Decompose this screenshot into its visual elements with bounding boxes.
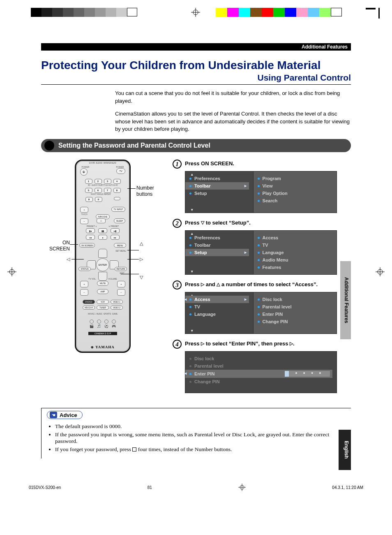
- callout-number-buttons: Number buttons: [136, 185, 164, 197]
- side-tab-additional-features: Additional Features: [340, 261, 351, 339]
- sleep-button: SLEEP: [114, 218, 125, 223]
- num-1: 1: [85, 179, 92, 184]
- leader-line: [121, 274, 139, 274]
- osd-item-dim: Disc lock: [189, 355, 332, 362]
- osd-item: View: [258, 182, 332, 190]
- step-4: 4 Press ▷ to select “Enter PIN”, then pr…: [173, 340, 351, 393]
- print-footer: 015DVX-S200-en 81 04.3.1, 11:20 AM: [29, 484, 363, 491]
- leader-line: [127, 188, 136, 189]
- footer-page: 81: [148, 485, 152, 490]
- color-swatches: [216, 8, 342, 17]
- remote-illustration: DVR-S200 WW60620 POWER POWER ⏻ TV 1234 3…: [75, 160, 131, 353]
- registration-mark-top: [191, 8, 200, 17]
- greyscale-swatches: [31, 8, 137, 17]
- osd-item-selected: ◂ Enter PIN * * * *: [185, 370, 332, 378]
- leader-line: [127, 250, 139, 250]
- tv-input-button: TV INPUT: [111, 207, 125, 212]
- bullet-circle-icon: [44, 141, 54, 151]
- osd-screen-1: ▴ Preferences Toolbar▸ Setup Program Vie…: [185, 171, 337, 213]
- scroll-down-icon: ▾: [191, 269, 193, 273]
- chevron-right-icon: ▸: [244, 183, 247, 188]
- up-triangle-icon: △: [140, 241, 143, 246]
- osd-item: Setup: [189, 190, 249, 197]
- osd-item-dim: Parental level: [189, 362, 332, 370]
- status-button: STATUS: [78, 267, 91, 271]
- step-instruction: Press ▷ to select “Enter PIN”, then pres…: [185, 340, 295, 347]
- ff-button: ▸▸: [111, 235, 120, 240]
- chevron-left-icon: ◂: [184, 371, 187, 375]
- cinema-label: CINEMA D S P: [88, 332, 117, 335]
- small-key: [114, 197, 120, 200]
- prev-button: ▮◂: [86, 228, 95, 233]
- next-button: ▸▮: [111, 228, 120, 233]
- src-vcr: VCR: [97, 300, 109, 304]
- advice-item: The default password is 0000.: [55, 423, 347, 430]
- tvvol-up: +: [80, 281, 88, 287]
- right-triangle-icon: ▷: [201, 282, 204, 287]
- num-4: 4: [113, 179, 121, 184]
- src-video2: VIDEO 2: [111, 306, 123, 310]
- chevron-right-icon: ▸: [244, 250, 247, 255]
- footer-timestamp: 04.3.1, 11:20 AM: [332, 485, 363, 490]
- osd-screen-4: Disc lock Parental level ◂ Enter PIN * *…: [185, 351, 337, 393]
- num-0: 0: [95, 197, 102, 202]
- pin-entry-field: * * * *: [285, 371, 330, 377]
- osd-item: TV: [258, 241, 332, 249]
- dpad-up: [98, 249, 107, 258]
- osd-item-selected: Toolbar▸: [185, 182, 249, 190]
- right-triangle-icon: ▷: [140, 257, 143, 262]
- dpad: ENTER: [87, 249, 119, 281]
- osd-item: TV: [189, 303, 249, 310]
- row-sublabels: 3D AUDIO SUBTITLE AUTO/A·B: [76, 184, 129, 186]
- pause-button: ▮▮: [98, 228, 107, 233]
- osd-item: Disc lock: [258, 296, 332, 303]
- step-3: 3 Press ▷ and △ a number of times to sel…: [173, 280, 351, 334]
- advice-badge: ☚ Advice: [47, 411, 83, 419]
- num-2: 2: [95, 179, 102, 184]
- remote-model-label: DVR-S200 WW60620: [76, 162, 129, 164]
- callout-onscreen: ONSCREEN: [41, 240, 70, 252]
- leader-line: [127, 259, 139, 259]
- footer-filename: 015DVX-S200-en: [29, 485, 61, 490]
- osd-item: Change PIN: [258, 318, 332, 325]
- tvch-down: –: [80, 218, 88, 224]
- osd-item: Search: [258, 197, 332, 204]
- osd-item: Features: [258, 264, 332, 271]
- rew-button: ◂◂: [86, 235, 95, 240]
- src-tuner: TUNER: [97, 306, 109, 310]
- section-heading-label: Setting the Password and Parental Contro…: [58, 142, 210, 149]
- osd-item: Parental level: [258, 303, 332, 310]
- return-button: RETURN: [115, 267, 127, 271]
- step-number: 1: [173, 160, 182, 169]
- scroll-down-icon: ▾: [191, 208, 193, 212]
- mute-button: MUTE: [97, 281, 108, 286]
- tvch-up: +: [80, 207, 88, 213]
- tvvol-down: –: [80, 289, 88, 296]
- stop-button: □: [97, 218, 106, 223]
- step-instruction: Press ON SCREEN.: [185, 160, 234, 167]
- right-triangle-icon: ▷: [290, 341, 293, 346]
- num-3: 3: [104, 179, 111, 184]
- advice-label: Advice: [60, 412, 77, 418]
- crop-mark: [366, 8, 376, 9]
- page-number: 81: [0, 462, 351, 471]
- row-sublabels: NIGHT ANGLE REPEAT: [76, 193, 129, 195]
- intro-paragraph: You can cut a scene that you do not feel…: [115, 90, 351, 105]
- step-number: 4: [173, 340, 182, 349]
- down-triangle-icon: ▽: [140, 275, 143, 280]
- num-9: 9: [85, 197, 93, 202]
- registration-mark-right: [376, 267, 385, 276]
- hand-icon: ☚: [50, 412, 57, 418]
- dsp-labels: MOVIE 1 MUSIC SPORTS GAME: [76, 313, 129, 315]
- setmenu-label: SET MENU: [115, 250, 127, 252]
- intro-block: You can cut a scene that you do not feel…: [115, 90, 351, 133]
- num-8: 8: [113, 188, 121, 193]
- crop-mark: [378, 8, 380, 19]
- advice-item: If the password you input is wrong, some…: [55, 431, 347, 445]
- num-5: 5: [85, 188, 92, 193]
- brand-logo: ⊛ YAMAHA: [76, 345, 129, 349]
- scroll-down-icon: ▾: [191, 329, 193, 333]
- step-instruction: Press ▷ and △ a number of times to selec…: [185, 280, 318, 287]
- osd-item: Play Option: [258, 190, 332, 197]
- right-triangle-icon: ▷: [201, 341, 204, 346]
